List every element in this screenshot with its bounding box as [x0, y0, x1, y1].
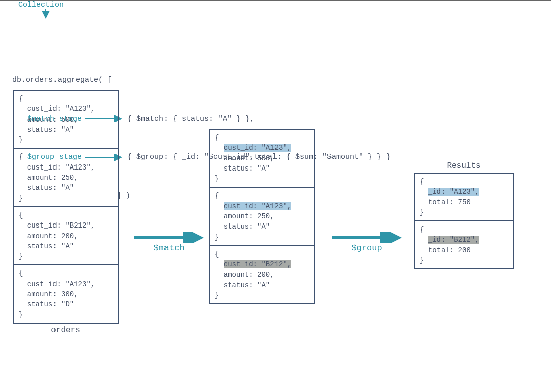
- group-flow: $group: [332, 232, 402, 253]
- document-box: { cust_id: "A123", amount: 250, status: …: [209, 187, 315, 246]
- code-line-close: ] ): [117, 190, 130, 203]
- results-column: Results { _id: "A123", total: 750 }{ _id…: [414, 161, 514, 269]
- match-flow-label: $match: [153, 243, 184, 253]
- document-box: { cust_id: "A123", amount: 500, status: …: [13, 90, 119, 149]
- highlighted-field: cust_id: "A123",: [224, 144, 291, 152]
- results-caption: Results: [414, 161, 514, 171]
- document-box: { cust_id: "B212", amount: 200, status: …: [209, 245, 315, 304]
- highlighted-field: _id: "B212",: [428, 236, 479, 244]
- flow-arrow-icon: [332, 232, 402, 243]
- document-box: { cust_id: "A123", amount: 300, status: …: [13, 264, 119, 323]
- match-flow: $match: [134, 232, 204, 253]
- orders-caption: orders: [13, 326, 119, 335]
- document-box: { _id: "B212", total: 200 }: [414, 220, 514, 269]
- highlighted-field: _id: "A123",: [428, 188, 479, 196]
- document-box: { cust_id: "B212", amount: 200, status: …: [13, 206, 119, 265]
- document-box: { _id: "A123", total: 750 }: [414, 173, 514, 221]
- document-box: { cust_id: "A123", amount: 250, status: …: [13, 148, 119, 207]
- match-code: { $match: { status: "A" } },: [127, 113, 254, 126]
- orders-column: { cust_id: "A123", amount: 500, status: …: [13, 90, 119, 335]
- code-line-open: db.orders.aggregate( [: [12, 74, 112, 87]
- highlighted-field: cust_id: "A123",: [224, 202, 291, 210]
- group-flow-label: $group: [351, 243, 382, 253]
- matched-column: { cust_id: "A123", amount: 500, status: …: [209, 129, 315, 304]
- flow-arrow-icon: [134, 232, 204, 243]
- highlighted-field: cust_id: "B212",: [224, 260, 291, 268]
- document-box: { cust_id: "A123", amount: 500, status: …: [209, 129, 315, 188]
